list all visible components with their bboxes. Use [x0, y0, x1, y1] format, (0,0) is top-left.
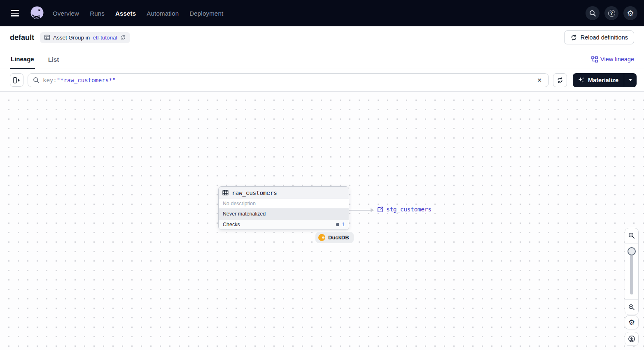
zoom-slider[interactable]: [625, 243, 638, 300]
duckdb-icon: [318, 234, 325, 241]
sparkles-icon: [578, 76, 585, 83]
main-nav: Overview Runs Assets Automation Deployme…: [53, 10, 223, 17]
refresh-icon: [557, 77, 563, 83]
open-external-icon: [377, 206, 383, 213]
asset-filter-input[interactable]: key:"*raw_customers*" ✕: [28, 73, 549, 87]
asset-group-badge-label: Asset Group in: [53, 35, 90, 41]
clear-filter-icon[interactable]: ✕: [534, 75, 544, 85]
tab-list[interactable]: List: [47, 51, 60, 69]
kind-badge-duckdb[interactable]: DuckDB: [315, 232, 354, 243]
downstream-asset-link[interactable]: stg_customers: [377, 206, 432, 213]
tabs-bar: Lineage List View lineage: [0, 49, 644, 69]
nav-item-runs[interactable]: Runs: [90, 10, 105, 17]
check-status-dot: [336, 223, 339, 226]
asset-node-header: raw_customers: [219, 187, 349, 199]
zoom-slider-handle[interactable]: [628, 247, 636, 255]
help-icon: ?: [608, 10, 615, 17]
nav-item-assets[interactable]: Assets: [115, 10, 136, 17]
menu-icon[interactable]: [9, 6, 24, 21]
settings-button[interactable]: ⚙: [623, 6, 637, 20]
zoom-controls: [625, 228, 639, 315]
sync-status-icon[interactable]: [120, 35, 126, 40]
nav-item-deployment[interactable]: Deployment: [189, 10, 223, 17]
asset-checks-row: Checks 1: [219, 219, 349, 229]
search-icon: [589, 10, 596, 17]
recenter-view-button[interactable]: [625, 332, 639, 346]
zoom-out-button[interactable]: [625, 300, 638, 315]
table-icon: [44, 35, 50, 41]
nav-item-automation[interactable]: Automation: [147, 10, 179, 17]
search-button[interactable]: [586, 6, 600, 20]
materialize-button[interactable]: Materialize: [573, 73, 624, 87]
code-location-link[interactable]: etl-tutorial: [93, 35, 117, 41]
downstream-asset-name: stg_customers: [386, 206, 432, 213]
materialize-split-button: Materialize: [573, 73, 637, 87]
page-header: default Asset Group in etl-tutorial Relo…: [0, 26, 644, 49]
lineage-edge: [348, 210, 371, 211]
kind-badge-label: DuckDB: [328, 234, 349, 241]
materialize-label: Materialize: [588, 77, 618, 83]
tab-lineage[interactable]: Lineage: [10, 51, 35, 69]
checks-count: 1: [342, 222, 345, 227]
asset-node-raw-customers[interactable]: raw_customers No description Never mater…: [218, 186, 349, 230]
filter-value-token: "*raw_customers*": [57, 77, 116, 83]
materialize-dropdown-button[interactable]: [624, 73, 637, 87]
table-icon: [222, 190, 229, 196]
sidebar-toggle-button[interactable]: [10, 73, 23, 87]
search-icon: [33, 77, 40, 83]
nav-item-overview[interactable]: Overview: [53, 10, 79, 17]
lineage-edge-arrowhead: [371, 208, 374, 212]
reload-definitions-label: Reload definitions: [581, 34, 628, 41]
zoom-in-icon: [628, 232, 635, 239]
top-navbar: Overview Runs Assets Automation Deployme…: [0, 0, 644, 26]
view-lineage-label: View lineage: [600, 56, 634, 63]
help-button[interactable]: ?: [604, 6, 618, 20]
panel-expand-icon: [13, 77, 21, 83]
zoom-out-icon: [628, 304, 635, 311]
zoom-in-button[interactable]: [625, 228, 638, 243]
arrow-down-circle-icon: [628, 335, 635, 343]
dagster-logo-icon[interactable]: [29, 5, 45, 21]
lineage-icon: [591, 56, 598, 63]
asset-name: raw_customers: [232, 190, 277, 196]
gear-icon: ⚙: [627, 9, 634, 17]
checks-label: Checks: [223, 222, 240, 227]
refresh-graph-button[interactable]: [553, 73, 567, 87]
lineage-canvas[interactable]: raw_customers No description Never mater…: [0, 91, 644, 350]
asset-status: Never materialized: [219, 209, 349, 219]
asset-description: No description: [219, 199, 349, 209]
reload-definitions-button[interactable]: Reload definitions: [564, 30, 634, 44]
filter-key-token: key:: [43, 77, 57, 83]
view-lineage-link[interactable]: View lineage: [591, 56, 634, 69]
lineage-toolbar: key:"*raw_customers*" ✕ Materialize: [0, 69, 644, 91]
gear-icon: ⚙: [628, 319, 635, 326]
chevron-down-icon: [629, 79, 632, 81]
graph-settings-button[interactable]: ⚙: [625, 315, 639, 329]
asset-group-badge: Asset Group in etl-tutorial: [40, 32, 130, 43]
page-title: default: [10, 33, 34, 42]
reload-icon: [570, 34, 577, 41]
